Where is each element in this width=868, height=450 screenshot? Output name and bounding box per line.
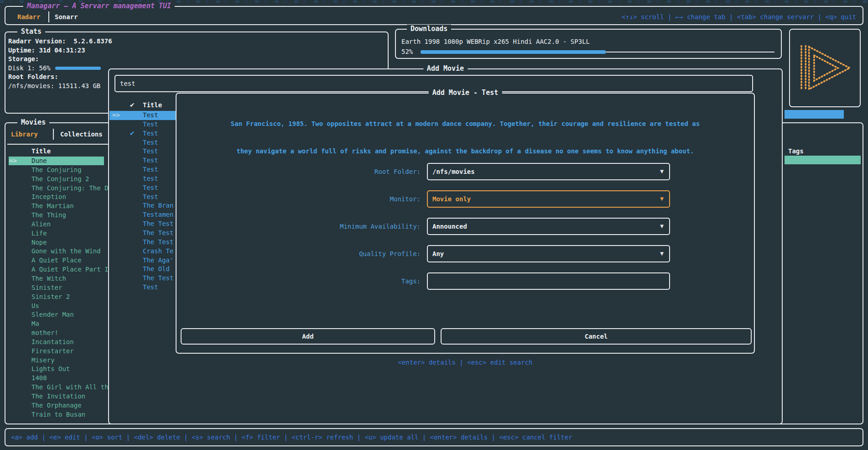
search-result-row[interactable]: ✔Test bbox=[109, 129, 177, 138]
library-row[interactable]: Sinister 2 bbox=[5, 293, 109, 302]
movie-title: The Witch bbox=[31, 274, 66, 283]
field-monitor: Monitor: Movie only ▼ bbox=[177, 190, 754, 208]
library-row[interactable]: Misery bbox=[5, 356, 109, 365]
result-title: The Test bbox=[143, 220, 173, 229]
result-title: Test bbox=[143, 129, 158, 138]
search-result-row[interactable]: Testamen bbox=[109, 210, 177, 220]
minimum-availability-label: Minimum Availability: bbox=[177, 218, 421, 235]
library-row[interactable]: A Quiet Place bbox=[5, 256, 109, 265]
movie-title: The Conjuring: The De bbox=[31, 184, 109, 193]
minimum-availability-dropdown[interactable]: Announced ▼ bbox=[427, 218, 670, 235]
library-row[interactable]: Firestarter bbox=[5, 347, 109, 356]
library-row[interactable]: Us bbox=[5, 302, 109, 311]
result-title: Test bbox=[143, 138, 158, 147]
storage-label: Storage: bbox=[8, 55, 385, 64]
downloads-panel: Downloads Earth 1998 1080p WEBRip x265 H… bbox=[395, 29, 782, 59]
selection-marker: => bbox=[9, 157, 17, 166]
cancel-button[interactable]: Cancel bbox=[441, 328, 752, 345]
add-button[interactable]: Add bbox=[181, 328, 435, 345]
search-result-row[interactable]: Crash Te bbox=[109, 247, 177, 256]
library-row-selected[interactable]: =>Dune bbox=[5, 157, 109, 166]
library-row[interactable]: Slender Man bbox=[5, 310, 109, 319]
search-result-row[interactable]: Test bbox=[109, 183, 177, 193]
search-result-row[interactable]: Test bbox=[109, 120, 177, 129]
library-row[interactable]: Alien bbox=[5, 220, 109, 229]
tags-label: Tags: bbox=[177, 272, 421, 290]
movie-title: Firestarter bbox=[31, 347, 74, 356]
library-row[interactable]: The Girl with All the bbox=[5, 383, 109, 392]
library-row[interactable]: Nope bbox=[5, 238, 109, 247]
library-row[interactable]: Life bbox=[5, 229, 109, 238]
movie-title: The Conjuring bbox=[31, 166, 82, 175]
library-row[interactable]: Inception bbox=[5, 193, 109, 202]
library-row[interactable]: The Martian bbox=[5, 202, 109, 211]
library-row[interactable]: The Conjuring bbox=[5, 166, 109, 175]
result-title: The Test bbox=[143, 274, 173, 283]
download-percent: 52% bbox=[401, 47, 413, 56]
search-result-row[interactable]: Test bbox=[109, 138, 177, 147]
search-result-row[interactable]: Test bbox=[109, 147, 177, 156]
search-result-row[interactable]: The Old bbox=[109, 265, 177, 274]
results-title-header: Title bbox=[143, 100, 162, 110]
library-row[interactable]: Sinister bbox=[5, 283, 109, 293]
chevron-down-icon: ▼ bbox=[660, 191, 664, 207]
search-result-row[interactable]: The Test bbox=[109, 229, 177, 238]
search-result-row-fragment bbox=[785, 110, 844, 119]
radarr-version: Radarr Version: 5.2.6.8376 bbox=[8, 37, 385, 46]
library-row[interactable]: The Thing bbox=[5, 211, 109, 220]
add-movie-modal: Add Movie - Test San Francisco, 1985. Tw… bbox=[176, 93, 755, 354]
library-row[interactable]: Gone with the Wind bbox=[5, 247, 109, 256]
library-row[interactable]: Ma bbox=[5, 319, 109, 329]
tab-radarr[interactable]: Radarr bbox=[17, 11, 41, 22]
search-result-row[interactable]: Test bbox=[109, 156, 177, 165]
download-item[interactable]: Earth 1998 1080p WEBRip x265 Hindi AAC2.… bbox=[401, 37, 590, 46]
tags-column-header: Tags bbox=[788, 147, 804, 156]
tab-library[interactable]: Library bbox=[11, 129, 38, 140]
library-row[interactable]: The Witch bbox=[5, 274, 109, 283]
result-title: Test bbox=[143, 193, 158, 202]
field-root-folder: Root Folder: /nfs/movies ▼ bbox=[177, 163, 754, 180]
search-result-row[interactable]: Test bbox=[109, 283, 177, 292]
movie-title: Incantation bbox=[31, 338, 74, 347]
library-title-header: Title bbox=[31, 147, 51, 156]
library-row[interactable]: Lights Out bbox=[5, 365, 109, 374]
monitor-dropdown[interactable]: Movie only ▼ bbox=[427, 190, 670, 208]
library-row[interactable]: A Quiet Place Part II bbox=[5, 265, 109, 274]
library-row[interactable]: 1408 bbox=[5, 374, 109, 383]
result-title: test bbox=[143, 174, 158, 183]
tabs-underline bbox=[7, 144, 109, 145]
search-result-row-selected[interactable]: =>Test bbox=[109, 111, 177, 120]
movie-title: Alien bbox=[31, 220, 51, 229]
chevron-down-icon: ▼ bbox=[660, 164, 664, 179]
add-movie-panel-title: Add Movie bbox=[423, 64, 468, 73]
download-progress-bar bbox=[421, 50, 776, 54]
search-result-row[interactable]: The Test bbox=[109, 274, 177, 283]
search-result-row[interactable]: The Bran bbox=[109, 201, 177, 210]
quality-profile-dropdown[interactable]: Any ▼ bbox=[427, 245, 670, 262]
library-row[interactable]: mother! bbox=[5, 329, 109, 338]
movie-title: Nope bbox=[31, 238, 47, 247]
download-progress-fill bbox=[421, 50, 606, 54]
tab-sonarr[interactable]: Sonarr bbox=[55, 11, 78, 22]
search-result-row[interactable]: Test bbox=[109, 193, 177, 202]
search-result-row[interactable]: test bbox=[109, 174, 177, 183]
search-result-row[interactable]: The Aga' bbox=[109, 256, 177, 265]
movie-title: The Thing bbox=[31, 211, 66, 220]
search-result-row[interactable]: The Test bbox=[109, 238, 177, 247]
search-result-row[interactable]: The Test bbox=[109, 220, 177, 229]
downloads-panel-title: Downloads bbox=[407, 25, 451, 33]
tags-input[interactable] bbox=[427, 272, 670, 290]
root-folder-dropdown[interactable]: /nfs/movies ▼ bbox=[427, 163, 670, 180]
result-title: Test bbox=[143, 165, 158, 174]
result-title: Test bbox=[143, 283, 158, 292]
library-row[interactable]: Incantation bbox=[5, 338, 109, 347]
library-row[interactable]: The Conjuring 2 bbox=[5, 175, 109, 184]
result-title: The Old bbox=[143, 265, 170, 274]
search-query: test bbox=[120, 76, 135, 91]
tab-collections[interactable]: Collections bbox=[60, 129, 103, 140]
search-result-row[interactable]: Test bbox=[109, 165, 177, 174]
logo-panel bbox=[789, 29, 861, 107]
library-row[interactable]: The Conjuring: The De bbox=[5, 184, 109, 193]
field-quality-profile: Quality Profile: Any ▼ bbox=[177, 245, 754, 262]
result-title: Test bbox=[143, 147, 158, 156]
